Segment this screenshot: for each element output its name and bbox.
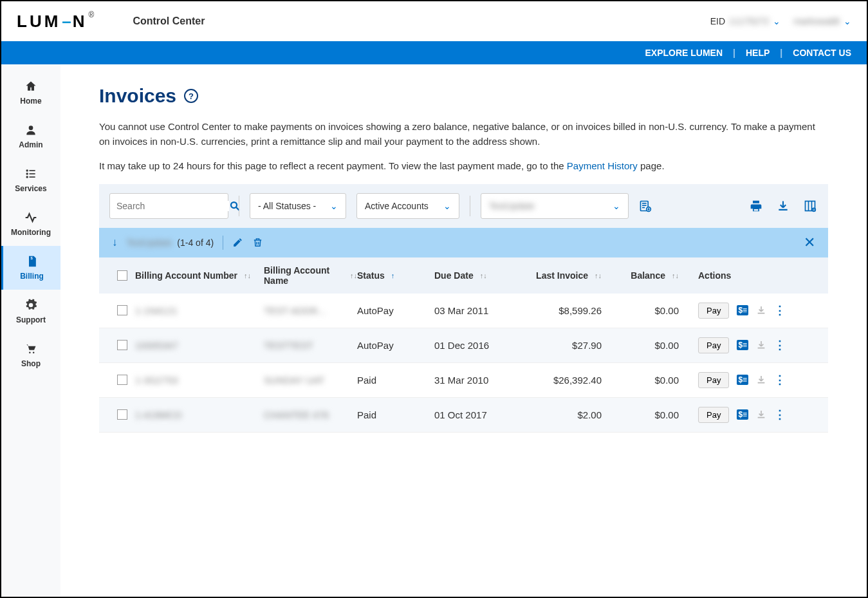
activity-icon <box>24 211 37 224</box>
edit-icon[interactable] <box>232 237 243 248</box>
cell-balance: $0.00 <box>654 340 679 351</box>
brand-logo[interactable]: LUM–N® <box>17 12 94 32</box>
filter-toolbar: - All Statuses - ⌄ Active Accounts ⌄ Tes… <box>99 184 828 228</box>
pay-button[interactable]: Pay <box>698 303 729 319</box>
selection-count: (1-4 of 4) <box>177 238 214 248</box>
add-filter-icon[interactable] <box>639 200 653 212</box>
download-row-icon[interactable] <box>756 340 766 350</box>
svg-rect-6 <box>30 176 35 178</box>
sidebar-item-home[interactable]: Home <box>1 71 60 115</box>
status-filter-dropdown[interactable]: - All Statuses - ⌄ <box>250 193 346 219</box>
payment-history-link[interactable]: Payment History <box>567 160 638 171</box>
print-icon[interactable] <box>750 200 764 212</box>
pay-button[interactable]: Pay <box>698 407 729 423</box>
pay-button[interactable]: Pay <box>698 337 729 353</box>
invoice-doc-icon[interactable]: $≡ <box>737 340 748 350</box>
invoice-doc-icon[interactable]: $≡ <box>737 375 748 385</box>
cell-ban: 1-3G2753 <box>135 375 178 386</box>
help-icon[interactable]: ? <box>184 89 198 103</box>
close-icon[interactable]: ✕ <box>804 234 815 251</box>
sidebar-item-monitoring[interactable]: Monitoring <box>1 202 60 246</box>
col-header-ban[interactable]: Billing Account Number↑↓ <box>135 270 264 281</box>
row-checkbox[interactable] <box>117 375 127 385</box>
col-header-due[interactable]: Due Date↑↓ <box>434 270 518 281</box>
row-checkbox[interactable] <box>117 340 127 350</box>
cell-name: TESTTEST <box>264 340 313 351</box>
chevron-down-icon: ⌄ <box>330 201 338 211</box>
cell-last-invoice: $2.00 <box>577 409 602 420</box>
invoice-doc-icon[interactable]: $≡ <box>737 305 748 315</box>
row-checkbox[interactable] <box>117 305 127 315</box>
svg-point-3 <box>26 173 28 174</box>
cell-name: SUNDAY UAT <box>264 375 324 386</box>
cell-status: Paid <box>357 375 376 386</box>
cell-ban: 10005347 <box>135 340 178 351</box>
explore-link[interactable]: EXPLORE LUMEN <box>645 48 723 58</box>
row-menu-icon[interactable]: ⋮ <box>774 407 786 422</box>
table-row: 10005347 TESTTEST AutoPay 01 Dec 2016 $2… <box>99 328 828 363</box>
cart-icon <box>24 342 37 355</box>
eid-dropdown[interactable]: EID 11175272 ⌄ <box>710 16 781 26</box>
row-checkbox[interactable] <box>117 409 127 420</box>
download-icon[interactable] <box>777 200 791 212</box>
cell-name: CHANTEE 476 <box>264 409 329 420</box>
cell-due: 03 Mar 2011 <box>434 305 488 316</box>
svg-point-0 <box>29 126 33 130</box>
sort-icon: ↑↓ <box>244 272 251 279</box>
list-icon <box>24 167 37 180</box>
contact-link[interactable]: CONTACT US <box>793 48 851 58</box>
sidebar-item-label: Billing <box>20 272 44 281</box>
pay-button[interactable]: Pay <box>698 372 729 388</box>
trash-icon[interactable] <box>252 237 263 248</box>
search-input[interactable] <box>116 201 229 211</box>
svg-point-8 <box>29 352 31 354</box>
invoice-doc-icon[interactable]: $≡ <box>737 409 748 420</box>
col-header-name[interactable]: Billing Account Name↑↓ <box>264 265 357 286</box>
cell-balance: $0.00 <box>654 375 679 386</box>
sidebar-item-shop[interactable]: Shop <box>1 333 60 377</box>
columns-settings-icon[interactable] <box>804 200 818 212</box>
cell-due: 01 Dec 2016 <box>434 340 489 351</box>
secondary-nav: EXPLORE LUMEN | HELP | CONTACT US <box>1 41 867 64</box>
col-header-balance[interactable]: Balance↑↓ <box>602 270 679 281</box>
cell-last-invoice: $26,392.40 <box>553 375 602 386</box>
download-row-icon[interactable] <box>756 409 766 420</box>
select-all-checkbox[interactable] <box>117 270 127 281</box>
row-menu-icon[interactable]: ⋮ <box>774 303 786 317</box>
download-row-icon[interactable] <box>756 375 766 385</box>
cell-balance: $0.00 <box>654 409 679 420</box>
cell-status: AutoPay <box>357 305 394 316</box>
sidebar-item-support[interactable]: Support <box>1 290 60 333</box>
gear-icon <box>24 299 37 312</box>
download-row-icon[interactable] <box>756 305 766 315</box>
selection-band: ↓ TestUpdate (1-4 of 4) ✕ <box>99 228 828 257</box>
col-header-last-invoice[interactable]: Last Invoice↑↓ <box>518 270 602 281</box>
sidebar-item-billing[interactable]: $ Billing <box>1 246 60 290</box>
sidebar-item-label: Admin <box>19 140 42 149</box>
cell-due: 31 Mar 2010 <box>434 375 488 386</box>
sidebar-item-label: Monitoring <box>11 228 51 237</box>
sidebar-item-services[interactable]: Services <box>1 158 60 202</box>
row-menu-icon[interactable]: ⋮ <box>774 373 786 387</box>
sort-asc-icon: ↑ <box>391 272 395 279</box>
home-icon <box>24 80 37 93</box>
svg-rect-4 <box>30 173 35 174</box>
sort-icon: ↑↓ <box>672 272 679 279</box>
svg-point-5 <box>26 176 28 178</box>
arrow-down-icon[interactable]: ↓ <box>112 236 118 249</box>
sidebar-item-admin[interactable]: Admin <box>1 115 60 158</box>
table-row: 1-1N4121 TEST ADDR... AutoPay 03 Mar 201… <box>99 294 828 328</box>
sidebar-item-label: Shop <box>21 359 41 368</box>
help-link[interactable]: HELP <box>746 48 770 58</box>
sidebar-item-label: Home <box>20 97 41 106</box>
cell-ban: 1-419MCD <box>135 409 182 420</box>
sort-icon: ↑↓ <box>350 272 357 279</box>
row-menu-icon[interactable]: ⋮ <box>774 338 786 352</box>
table-header: Billing Account Number↑↓ Billing Account… <box>99 257 828 294</box>
billing-icon: $ <box>26 255 39 268</box>
col-header-status[interactable]: Status↑ <box>357 270 434 281</box>
group-filter-dropdown[interactable]: TestUpdate ⌄ <box>481 193 629 219</box>
cell-name: TEST ADDR... <box>264 305 326 316</box>
user-dropdown[interactable]: markowaldt ⌄ <box>793 16 851 26</box>
accounts-filter-dropdown[interactable]: Active Accounts ⌄ <box>356 193 459 219</box>
